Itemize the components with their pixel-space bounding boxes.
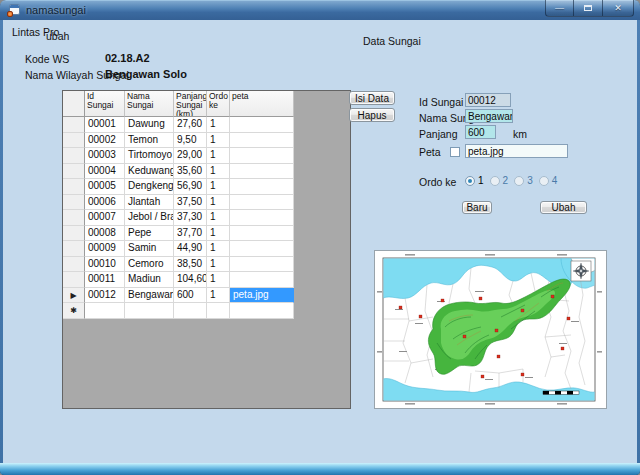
table-cell[interactable]: 35,60 (174, 164, 207, 180)
ordo-radio-2[interactable]: 2 (490, 175, 509, 186)
row-header-cell[interactable] (63, 179, 85, 195)
table-cell[interactable] (230, 272, 294, 288)
table-cell[interactable]: Keduwang (125, 164, 174, 180)
row-header-cell[interactable] (63, 210, 85, 226)
table-cell[interactable]: 00003 (85, 148, 125, 164)
baru-button[interactable]: Baru (462, 201, 492, 214)
table-cell[interactable]: Madiun (125, 272, 174, 288)
table-cell[interactable]: Jebol / Bram... (125, 210, 174, 226)
table-cell[interactable] (230, 195, 294, 211)
table-cell[interactable]: Temon (125, 133, 174, 149)
row-header-cell[interactable] (63, 164, 85, 180)
ordo-radio-4[interactable]: 4 (539, 175, 558, 186)
peta-checkbox[interactable] (450, 147, 460, 157)
table-cell[interactable]: 00010 (85, 257, 125, 273)
row-header-cell[interactable] (63, 257, 85, 273)
table-cell[interactable]: 38,50 (174, 257, 207, 273)
table-cell[interactable]: 00004 (85, 164, 125, 180)
table-cell[interactable] (230, 117, 294, 133)
table-cell[interactable]: 1 (207, 272, 230, 288)
table-cell[interactable]: 00009 (85, 241, 125, 257)
table-cell[interactable]: Samin (125, 241, 174, 257)
table-cell[interactable] (230, 133, 294, 149)
table-cell[interactable]: 1 (207, 117, 230, 133)
row-header-cell[interactable] (63, 226, 85, 242)
table-cell[interactable]: 1 (207, 288, 230, 304)
row-header-cell[interactable] (63, 272, 85, 288)
table-cell[interactable]: 56,90 (174, 179, 207, 195)
row-header-cell[interactable] (63, 195, 85, 211)
table-cell[interactable]: Cemoro (125, 257, 174, 273)
table-cell[interactable]: 1 (207, 226, 230, 242)
table-cell[interactable]: Jlantah (125, 195, 174, 211)
ubah-button[interactable]: Ubah (540, 201, 587, 214)
minimize-button[interactable]: — (545, 0, 574, 17)
table-cell[interactable] (85, 303, 125, 319)
column-header[interactable]: Panjang Sungai (km) (174, 91, 207, 117)
table-cell[interactable]: 1 (207, 148, 230, 164)
row-header-cell[interactable] (63, 148, 85, 164)
table-cell[interactable]: 37,50 (174, 195, 207, 211)
grid-corner-cell[interactable] (63, 91, 85, 117)
table-cell[interactable]: Dawung (125, 117, 174, 133)
table-cell[interactable]: Bengawan S... (125, 288, 174, 304)
row-header-cell[interactable] (63, 117, 85, 133)
sungai-data-grid[interactable]: Id SungaiNama SungaiPanjang Sungai (km)O… (62, 90, 351, 409)
table-cell[interactable]: Tirtomoyo (125, 148, 174, 164)
table-cell[interactable]: 1 (207, 179, 230, 195)
column-header[interactable]: Id Sungai (85, 91, 125, 117)
table-cell[interactable]: 00007 (85, 210, 125, 226)
table-cell[interactable]: 9,50 (174, 133, 207, 149)
hapus-button[interactable]: Hapus (349, 108, 395, 122)
table-cell[interactable] (230, 179, 294, 195)
row-header-cell[interactable] (63, 133, 85, 149)
table-cell[interactable]: Pepe (125, 226, 174, 242)
table-cell[interactable]: 1 (207, 257, 230, 273)
table-cell[interactable] (230, 148, 294, 164)
row-header-cell[interactable]: ✱ (63, 303, 85, 319)
table-cell[interactable]: 00002 (85, 133, 125, 149)
ordo-radio-3[interactable]: 3 (514, 175, 533, 186)
isi-data-button[interactable]: Isi Data (349, 91, 395, 105)
table-cell[interactable]: 00011 (85, 272, 125, 288)
table-cell[interactable]: 1 (207, 241, 230, 257)
table-cell[interactable] (174, 303, 207, 319)
table-cell[interactable]: 27,60 (174, 117, 207, 133)
table-cell[interactable] (125, 303, 174, 319)
column-header[interactable]: Nama Sungai (125, 91, 174, 117)
nama-sungai-input[interactable]: Bengawan So (465, 109, 513, 123)
table-cell[interactable]: 00012 (85, 288, 125, 304)
table-cell[interactable] (230, 241, 294, 257)
table-cell[interactable]: Dengkeng (125, 179, 174, 195)
table-cell[interactable]: 1 (207, 133, 230, 149)
table-cell[interactable]: 29,00 (174, 148, 207, 164)
table-cell[interactable]: 00001 (85, 117, 125, 133)
maximize-button[interactable] (574, 0, 603, 17)
peta-input[interactable]: peta.jpg (465, 144, 568, 158)
table-cell[interactable]: 104,60 (174, 272, 207, 288)
table-cell[interactable] (230, 164, 294, 180)
table-cell[interactable] (230, 210, 294, 226)
close-button[interactable]: ✕ (603, 0, 634, 17)
table-cell[interactable]: 1 (207, 164, 230, 180)
panjang-input[interactable]: 600 (465, 125, 496, 139)
row-header-cell[interactable] (63, 241, 85, 257)
table-cell[interactable]: 00008 (85, 226, 125, 242)
table-cell[interactable] (230, 226, 294, 242)
column-header[interactable]: Ordo ke (207, 91, 230, 117)
table-cell[interactable] (230, 257, 294, 273)
table-cell[interactable]: 1 (207, 195, 230, 211)
row-header-cell[interactable]: ▶ (63, 288, 85, 304)
table-cell[interactable]: 00005 (85, 179, 125, 195)
table-cell[interactable] (207, 303, 230, 319)
id-sungai-input[interactable]: 00012 (465, 93, 511, 107)
table-cell[interactable]: peta.jpg (230, 288, 294, 304)
table-cell[interactable]: 00006 (85, 195, 125, 211)
table-cell[interactable]: 44,90 (174, 241, 207, 257)
ordo-radio-1[interactable]: 1 (465, 175, 484, 186)
column-header[interactable]: peta (230, 91, 294, 117)
table-cell[interactable]: 600 (174, 288, 207, 304)
table-cell[interactable]: 37,30 (174, 210, 207, 226)
table-cell[interactable] (230, 303, 294, 319)
table-cell[interactable]: 1 (207, 210, 230, 226)
